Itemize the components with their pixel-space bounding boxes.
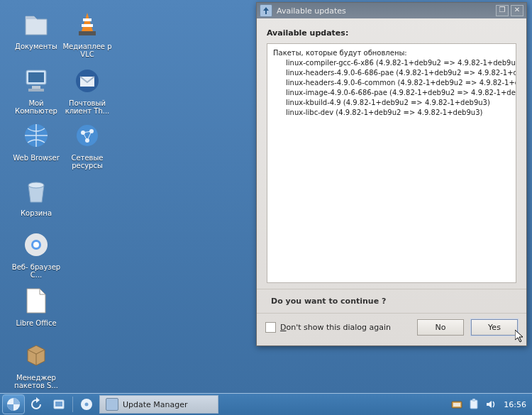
package-line: linux-headers-4.9.0-6-common (4.9.82-1+d…: [273, 78, 510, 88]
desktop-icon-label: Медиаплее р VLC: [62, 43, 112, 58]
package-line: linux-libc-dev (4.9.82-1+deb9u2 => 4.9.8…: [273, 108, 510, 118]
desktop-icon-webbrowser[interactable]: Web Browser: [11, 118, 61, 162]
synaptic-icon: [19, 338, 53, 372]
task-label: Update Manager: [123, 400, 188, 409]
package-line: linux-kbuild-4.9 (4.9.82-1+deb9u2 => 4.9…: [273, 98, 510, 108]
desktop-icon-trash[interactable]: Корзина: [11, 174, 61, 217]
desktop-icon-label: Web Browser: [11, 154, 61, 162]
network-icon: [70, 118, 104, 153]
svg-rect-5: [32, 86, 40, 89]
libreoffice-icon: [19, 284, 53, 318]
taskbar-clock[interactable]: 16:56: [504, 400, 526, 409]
dialog-heading: Available updates:: [267, 28, 516, 38]
dialog-titlebar[interactable]: Available updates ❐ ✕: [257, 3, 526, 18]
desktop-icon-network[interactable]: Сетевые ресурсы: [62, 118, 112, 170]
tray-volume-icon[interactable]: [484, 398, 497, 411]
desktop-icon-vlc[interactable]: Медиаплее р VLC: [62, 7, 112, 58]
desktop[interactable]: ДокументыМедиаплее р VLCМой КомпьютерПоч…: [0, 0, 532, 394]
taskbar-task-update-manager[interactable]: Update Manager: [99, 395, 218, 414]
tray-clipboard-icon[interactable]: [467, 398, 480, 411]
svg-rect-1: [82, 24, 93, 27]
no-button[interactable]: No: [417, 319, 464, 336]
svg-point-13: [28, 182, 44, 188]
start-menu-button[interactable]: [2, 394, 25, 414]
software-update-icon: [260, 4, 272, 17]
package-line: linux-compiler-gcc-6-x86 (4.9.82-1+deb9u…: [273, 58, 510, 68]
thunderbird-icon: [70, 64, 104, 98]
confirm-prompt: Do you want to continue ?: [257, 289, 526, 313]
svg-rect-25: [472, 399, 475, 402]
desktop-icon-label: Корзина: [11, 209, 61, 217]
quick-launch-refresh[interactable]: [26, 395, 46, 414]
software-update-icon: [106, 398, 118, 411]
packages-header: Пакеты, которые будут обновлены:: [273, 48, 510, 58]
mycomputer-icon: [19, 64, 53, 98]
svg-rect-6: [28, 89, 44, 92]
yes-button[interactable]: Yes: [471, 319, 518, 336]
tray-keyboard-icon[interactable]: [450, 398, 463, 411]
svg-point-16: [33, 242, 39, 248]
desktop-icon-label: Мой Компьютер: [11, 99, 61, 115]
desktop-icon-label: Менеджер пакетов S...: [11, 374, 61, 389]
window-close-button[interactable]: ✕: [511, 5, 523, 16]
taskbar-separator: [72, 397, 73, 412]
vlc-icon: [70, 7, 104, 41]
updates-textarea[interactable]: Пакеты, которые будут обновлены: linux-c…: [267, 43, 516, 283]
svg-rect-19: [55, 402, 62, 406]
package-line: linux-headers-4.9.0-6-686-pae (4.9.82-1+…: [273, 68, 510, 78]
dont-show-again-label: Don't show this dialog again: [280, 323, 391, 332]
dialog-title: Available updates: [277, 6, 346, 16]
svg-point-9: [77, 125, 98, 146]
svg-rect-4: [28, 72, 44, 82]
window-maximize-button[interactable]: ❐: [496, 5, 509, 16]
desktop-icon-label: Веб- браузер С...: [11, 263, 61, 279]
taskbar[interactable]: Update Manager 16:56: [0, 393, 532, 415]
trash-icon: [19, 174, 53, 208]
desktop-icon-documents[interactable]: Документы: [11, 7, 61, 50]
desktop-icon-label: Почтовый клиент Th...: [62, 99, 112, 115]
svg-point-21: [85, 403, 89, 406]
svg-rect-2: [79, 31, 96, 35]
svg-rect-23: [453, 403, 460, 406]
desktop-icon-libreoffice[interactable]: Libre Office: [11, 284, 61, 327]
chrome-icon: [19, 228, 53, 262]
update-dialog: Available updates ❐ ✕ Available updates:…: [256, 2, 527, 346]
quick-launch-disc[interactable]: [77, 395, 96, 414]
desktop-icon-mycomputer[interactable]: Мой Компьютер: [11, 64, 61, 115]
desktop-icon-synaptic[interactable]: Менеджер пакетов S...: [11, 338, 61, 389]
desktop-icon-chrome[interactable]: Веб- браузер С...: [11, 228, 61, 279]
quick-launch-showdesktop[interactable]: [49, 395, 69, 414]
webbrowser-icon: [19, 118, 53, 153]
documents-icon: [19, 7, 53, 41]
package-line: linux-image-4.9.0-6-686-pae (4.9.82-1+de…: [273, 88, 510, 98]
desktop-icon-label: Сетевые ресурсы: [62, 154, 112, 170]
svg-rect-0: [83, 18, 92, 21]
desktop-icon-thunderbird[interactable]: Почтовый клиент Th...: [62, 64, 112, 115]
dont-show-again-checkbox[interactable]: [265, 322, 276, 333]
system-tray: 16:56: [448, 398, 532, 411]
desktop-icon-label: Документы: [11, 43, 61, 50]
desktop-icon-label: Libre Office: [11, 319, 61, 327]
